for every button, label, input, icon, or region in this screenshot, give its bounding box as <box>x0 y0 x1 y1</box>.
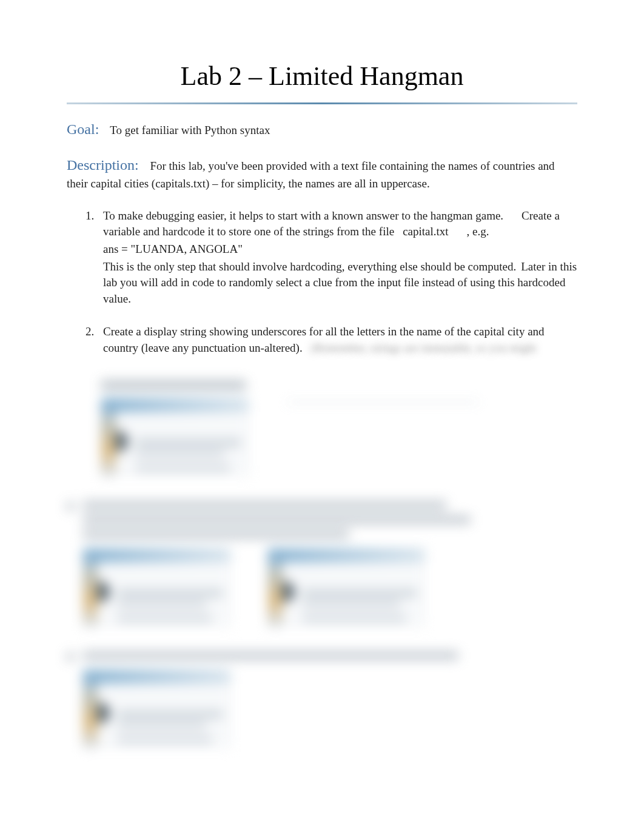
instruction-list: To make debugging easier, it helps to st… <box>67 208 577 357</box>
blurred-example-card <box>82 669 231 748</box>
page-title: Lab 2 – Limited Hangman <box>67 61 577 92</box>
item1-eg: , e.g. <box>467 225 489 238</box>
blurred-example-card <box>82 548 231 627</box>
blurred-example-card <box>101 398 249 477</box>
title-divider <box>67 102 577 104</box>
item1-text-c: This is the only step that should involv… <box>103 260 516 273</box>
item1-text-a: To make debugging easier, it helps to st… <box>103 209 503 222</box>
blurred-content-region <box>67 381 577 748</box>
description-label: Description: <box>67 157 139 173</box>
item1-filename: capital.txt <box>403 225 448 238</box>
list-item: To make debugging easier, it helps to st… <box>97 208 577 307</box>
item2-blurred-hint: (Remember, strings are immutable, so you… <box>311 341 537 354</box>
goal-text: To get familiar with Python syntax <box>110 124 270 136</box>
goal-section: Goal: To get familiar with Python syntax <box>67 121 577 139</box>
description-text: For this lab, you've been provided with … <box>67 159 555 190</box>
list-item: Create a display string showing undersco… <box>97 324 577 356</box>
blurred-example-card <box>267 548 425 627</box>
goal-label: Goal: <box>67 121 99 137</box>
item1-code: ans = "LUANDA, ANGOLA" <box>103 241 577 258</box>
description-section: Description: For this lab, you've been p… <box>67 155 577 192</box>
